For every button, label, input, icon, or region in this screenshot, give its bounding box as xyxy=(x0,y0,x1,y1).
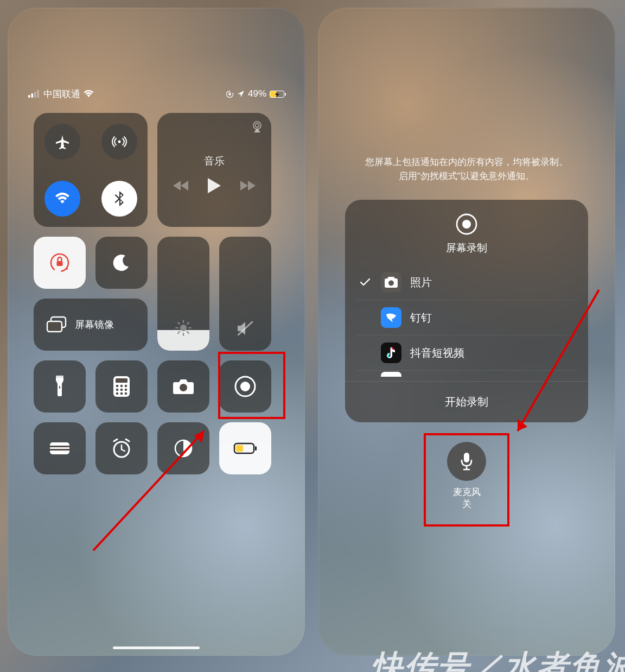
status-right: 49% xyxy=(226,88,284,99)
record-app-label: 钉钉 xyxy=(410,310,432,325)
record-app-douyin[interactable]: 抖音短视频 xyxy=(356,335,577,370)
svg-point-34 xyxy=(120,392,123,395)
connectivity-tile xyxy=(34,113,148,227)
svg-line-18 xyxy=(178,332,180,333)
calculator-tile[interactable] xyxy=(95,360,148,413)
svg-point-28 xyxy=(120,385,123,388)
svg-rect-39 xyxy=(50,442,69,454)
record-panel: 屏幕录制 照片 钉钉 xyxy=(345,200,588,422)
battery-icon xyxy=(270,91,284,98)
svg-point-33 xyxy=(116,392,119,395)
mic-label-line1: 麦克风 xyxy=(453,486,481,498)
svg-line-17 xyxy=(187,332,189,333)
svg-point-36 xyxy=(180,384,187,391)
douyin-app-icon xyxy=(381,343,401,363)
signal-icon xyxy=(28,90,40,98)
screen-mirror-label: 屏幕镜像 xyxy=(75,318,114,331)
record-app-photos[interactable]: 照片 xyxy=(356,265,577,300)
svg-rect-0 xyxy=(28,95,30,98)
svg-point-56 xyxy=(388,281,394,286)
screenshot-right-record-expanded: 您屏幕上包括通知在内的所有内容，均将被录制。 启用"勿扰模式"以避免意外通知。 … xyxy=(318,8,615,656)
orientation-lock-tile[interactable] xyxy=(34,237,86,289)
play-icon[interactable] xyxy=(208,178,221,193)
record-hint: 您屏幕上包括通知在内的所有内容，均将被录制。 启用"勿扰模式"以避免意外通知。 xyxy=(318,155,615,184)
wallet-tile[interactable] xyxy=(34,422,86,474)
svg-rect-49 xyxy=(236,445,243,452)
svg-line-46 xyxy=(126,439,129,441)
start-record-button[interactable]: 开始录制 xyxy=(345,381,588,422)
record-app-more[interactable] xyxy=(356,370,577,377)
svg-point-7 xyxy=(256,124,259,128)
record-circle-icon xyxy=(455,213,478,236)
brightness-slider[interactable] xyxy=(157,237,209,351)
low-power-tile[interactable] xyxy=(219,422,271,474)
dark-mode-tile[interactable] xyxy=(157,422,209,474)
orientation-lock-icon xyxy=(226,90,234,98)
dingtalk-app-icon xyxy=(381,307,401,328)
svg-point-35 xyxy=(125,392,127,395)
partial-app-icon xyxy=(381,372,401,377)
record-app-list: 照片 钉钉 抖音短视频 xyxy=(345,265,588,377)
svg-rect-57 xyxy=(464,453,469,462)
svg-line-16 xyxy=(178,322,180,324)
svg-point-38 xyxy=(240,382,250,391)
svg-line-44 xyxy=(122,449,125,451)
control-center-grid: 音乐 xyxy=(34,113,279,474)
rewind-icon[interactable] xyxy=(173,181,188,191)
svg-point-8 xyxy=(253,122,261,129)
svg-point-11 xyxy=(180,325,187,331)
record-hint-line1: 您屏幕上包括通知在内的所有内容，均将被录制。 xyxy=(318,155,615,169)
home-indicator[interactable] xyxy=(113,646,200,649)
svg-rect-24 xyxy=(56,376,63,377)
svg-rect-23 xyxy=(59,386,60,389)
record-app-label: 照片 xyxy=(410,275,432,290)
svg-rect-22 xyxy=(47,321,62,332)
svg-line-45 xyxy=(114,439,117,441)
screen-record-tile[interactable] xyxy=(219,360,271,413)
svg-rect-26 xyxy=(116,378,127,383)
check-icon xyxy=(358,278,372,286)
mute-icon xyxy=(219,320,271,337)
mic-label-line2: 关 xyxy=(453,498,481,510)
cellular-data-button[interactable] xyxy=(101,124,137,160)
music-title: 音乐 xyxy=(204,154,225,168)
wifi-icon xyxy=(84,90,94,98)
do-not-disturb-tile[interactable] xyxy=(95,237,148,289)
record-app-dingtalk[interactable]: 钉钉 xyxy=(356,300,577,335)
battery-percent: 49% xyxy=(248,88,266,99)
bluetooth-button[interactable] xyxy=(101,181,137,217)
volume-slider[interactable] xyxy=(219,237,271,351)
camera-tile[interactable] xyxy=(157,360,209,413)
svg-rect-41 xyxy=(50,449,69,451)
svg-rect-50 xyxy=(255,446,257,451)
carrier-label: 中国联通 xyxy=(43,88,80,100)
screen-mirroring-tile[interactable]: 屏幕镜像 xyxy=(34,299,148,351)
svg-line-19 xyxy=(187,322,189,324)
record-title: 屏幕录制 xyxy=(446,241,487,255)
alarm-tile[interactable] xyxy=(95,422,148,474)
airplane-mode-button[interactable] xyxy=(44,124,80,160)
screen-mirror-icon xyxy=(46,316,67,333)
airplay-icon[interactable] xyxy=(251,121,264,132)
record-hint-line2: 启用"勿扰模式"以避免意外通知。 xyxy=(318,169,615,183)
svg-rect-5 xyxy=(228,93,231,96)
music-tile[interactable]: 音乐 xyxy=(157,113,271,227)
svg-point-27 xyxy=(116,385,119,388)
svg-point-31 xyxy=(120,389,123,391)
svg-point-30 xyxy=(116,389,119,391)
svg-rect-2 xyxy=(34,92,36,98)
forward-icon[interactable] xyxy=(240,181,256,191)
svg-rect-40 xyxy=(50,446,69,447)
microphone-icon xyxy=(460,452,474,471)
brightness-icon xyxy=(157,319,209,337)
svg-point-54 xyxy=(462,220,471,229)
svg-point-29 xyxy=(125,385,127,388)
photos-app-icon xyxy=(381,272,401,293)
status-bar: 中国联通 49% xyxy=(8,86,305,102)
microphone-toggle[interactable]: 麦克风 关 xyxy=(447,442,486,510)
svg-point-6 xyxy=(118,140,120,143)
location-icon xyxy=(237,90,245,98)
svg-rect-10 xyxy=(57,261,63,266)
wifi-button[interactable] xyxy=(44,181,80,217)
flashlight-tile[interactable] xyxy=(34,360,86,413)
